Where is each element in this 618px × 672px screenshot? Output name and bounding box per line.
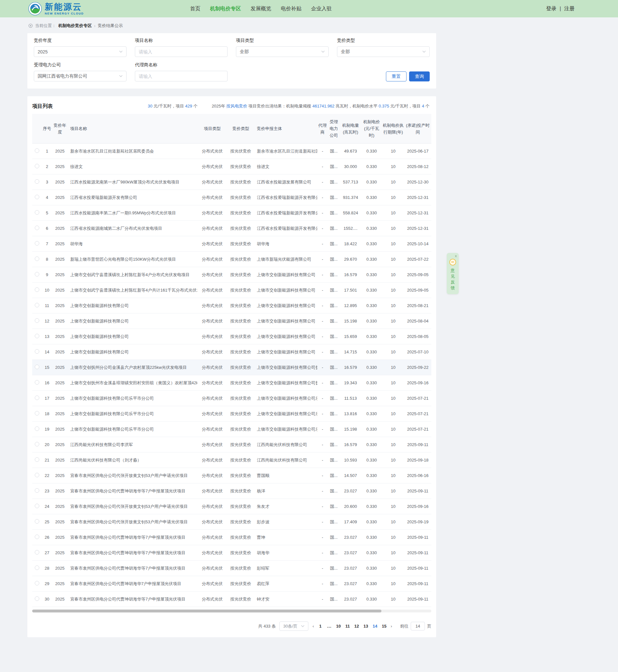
row-radio[interactable]	[35, 164, 39, 168]
column-header	[32, 114, 42, 143]
goto-page-input[interactable]	[411, 622, 425, 631]
prev-page-button[interactable]: ‹	[312, 624, 314, 629]
cell-bid-year: 2025	[52, 267, 68, 283]
column-header: 竞价类型	[227, 114, 254, 143]
row-radio[interactable]	[35, 226, 39, 230]
cell-term: 10	[382, 314, 404, 329]
row-radio[interactable]	[35, 334, 39, 338]
row-radio[interactable]	[35, 288, 39, 292]
cell-energy: 931.374	[340, 190, 361, 205]
cell-power-company: 国...	[328, 468, 340, 483]
envelope-icon[interactable]: ✉	[449, 259, 456, 265]
breadcrumb-section[interactable]: 机制电价竞价专区	[58, 23, 92, 29]
cell-price: 0.330	[361, 344, 382, 360]
cell-commission-date: 2025-12-31	[404, 205, 431, 221]
row-radio[interactable]	[35, 550, 39, 555]
bid-year-select[interactable]: 2025	[34, 46, 126, 57]
nav-item-3[interactable]: 发展概览	[250, 5, 271, 12]
project-name-input[interactable]	[135, 46, 227, 57]
bid-type-select[interactable]: 全部	[337, 46, 430, 57]
horizontal-scrollbar-track[interactable]	[32, 609, 431, 612]
cell-commission-date: 2025-09-11	[404, 437, 431, 452]
cell-bid-subject: 上饶市新瑞光伏能源有限公司	[254, 252, 317, 267]
cell-bid-type: 按光伏竞价	[227, 205, 254, 221]
register-link[interactable]: 注册	[564, 5, 575, 12]
search-button[interactable]: 查询	[409, 72, 430, 82]
nav-item-2[interactable]: 机制电价专区	[210, 5, 241, 12]
row-radio[interactable]	[35, 380, 39, 384]
row-radio[interactable]	[35, 457, 39, 462]
row-radio[interactable]	[35, 210, 39, 215]
row-radio[interactable]	[35, 488, 39, 493]
cell-agent: -	[317, 437, 328, 452]
feedback-widget[interactable]: x ✉ 意见反馈	[447, 253, 459, 294]
cell-energy: 17.409	[340, 514, 361, 530]
next-page-button[interactable]: ›	[390, 624, 393, 629]
ticker-value: 按风电竞价	[226, 104, 247, 108]
row-radio[interactable]	[35, 179, 39, 184]
row-radio[interactable]	[35, 195, 39, 199]
nav-item-4[interactable]: 电价补贴	[281, 5, 301, 12]
row-radio[interactable]	[35, 256, 39, 261]
row-radio[interactable]	[35, 303, 39, 307]
ticker-left: 30 元/千瓦时，项目 429 个	[148, 103, 198, 109]
row-radio[interactable]	[35, 396, 39, 400]
row-radio[interactable]	[35, 148, 39, 153]
row-radio[interactable]	[35, 442, 39, 446]
row-radio[interactable]	[35, 565, 39, 570]
page-button-12[interactable]: 12	[354, 624, 359, 629]
row-radio[interactable]	[35, 365, 39, 369]
agent-name-input[interactable]	[135, 71, 227, 82]
row-radio[interactable]	[35, 473, 39, 477]
cell-price: 0.330	[361, 576, 382, 591]
cell-price: 0.330	[361, 143, 382, 159]
cell-agent: -	[317, 205, 328, 221]
row-radio[interactable]	[35, 272, 39, 276]
page-button-14[interactable]: 14	[373, 624, 377, 629]
row-radio[interactable]	[35, 427, 39, 431]
cell-bid-subject: 上饶市交创新能源科技有限公司	[254, 329, 317, 344]
close-icon[interactable]: x	[447, 254, 459, 258]
row-radio[interactable]	[35, 411, 39, 416]
row-radio[interactable]	[35, 318, 39, 323]
project-type-select[interactable]: 全部	[236, 46, 329, 57]
cell-term: 10	[382, 190, 404, 205]
cell-project-type: 分布式光伏	[197, 344, 227, 360]
power-company-select[interactable]: 国网江西省电力有限公司	[34, 71, 126, 82]
cell-index: 17	[42, 391, 52, 406]
feedback-label[interactable]: 意见反馈	[450, 268, 455, 291]
cell-energy: 19.343	[340, 375, 361, 391]
cell-energy: 29.670	[340, 252, 361, 267]
reset-button[interactable]: 重置	[386, 72, 407, 82]
cell-commission-date: 2025-12-31	[404, 221, 431, 236]
cell-project-type: 分布式光伏	[197, 298, 227, 314]
page-button-15[interactable]: 15	[382, 624, 386, 629]
row-radio[interactable]	[35, 535, 39, 539]
login-link[interactable]: 登录	[546, 5, 556, 12]
row-radio[interactable]	[35, 349, 39, 354]
horizontal-scrollbar-thumb[interactable]	[32, 609, 382, 612]
row-radio[interactable]	[35, 504, 39, 508]
page-size-select[interactable]: 30条/页	[279, 622, 308, 631]
page-button-10[interactable]: 10	[336, 624, 340, 629]
cell-bid-type: 按光伏竞价	[227, 314, 254, 329]
page-button-1[interactable]: 1	[318, 624, 322, 629]
row-radio[interactable]	[35, 241, 39, 245]
nav-item-1[interactable]: 首页	[190, 5, 200, 12]
row-radio[interactable]	[35, 581, 39, 585]
cell-energy: 12.895	[340, 298, 361, 314]
page-button-11[interactable]: 11	[345, 624, 350, 629]
cell-bid-year: 2025	[52, 175, 68, 190]
filter-power-company: 受理电力公司 国网江西省电力有限公司	[34, 62, 126, 82]
cell-bid-type: 按光伏竞价	[227, 499, 254, 514]
logo[interactable]: 新能源云 NEW ENERGY CLOUD	[28, 2, 84, 15]
page-ellipsis: ...	[327, 624, 331, 629]
table-row: 262025宜春市袁州区供电分公司代曹坤胡海华等7户申报屋顶光伏项目分布式光伏按…	[32, 530, 431, 545]
cell-bid-year: 2025	[52, 143, 68, 159]
cell-index: 28	[42, 561, 52, 576]
row-radio[interactable]	[35, 519, 39, 524]
row-radio[interactable]	[35, 596, 39, 601]
cell-project-name: 上饶市交创新能源科技有限公司	[68, 314, 197, 329]
page-button-13[interactable]: 13	[364, 624, 368, 629]
nav-item-5[interactable]: 企业入驻	[311, 5, 331, 12]
